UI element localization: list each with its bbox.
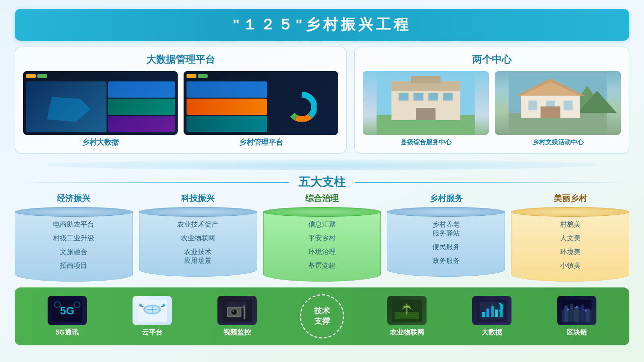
- iot-svg: [392, 300, 422, 322]
- pillar-meili-cylinder: 村貌美 人文美 环境美 小镇美: [511, 207, 629, 282]
- top-section: 大数据管理平台: [15, 47, 629, 154]
- cylinder-body-meili: 村貌美 人文美 环境美 小镇美: [511, 212, 629, 282]
- meili-item-1: 村貌美: [517, 219, 623, 230]
- mgmt-image: [184, 71, 338, 135]
- tech-label-5g: 5G通讯: [55, 328, 79, 337]
- zonghe-item-4: 基层党建: [269, 260, 375, 271]
- dash-btn-green-2: [198, 74, 208, 78]
- tech-icon-blockchain: [557, 296, 596, 325]
- mini-chart-4: [187, 81, 267, 98]
- pillar-keji: 科技振兴 农业技术促产 农业物联网 农业技术应用场景: [139, 193, 257, 282]
- tech-icon-iot: [387, 296, 427, 325]
- cylinder-body-xiangcun: 乡村养老服务驿站 便民服务 政务服务: [387, 212, 505, 277]
- mini-chart-6: [187, 116, 267, 132]
- 5g-svg: 5G: [53, 300, 82, 322]
- svg-rect-20: [529, 101, 537, 110]
- tech-item-bigdata: 大数据: [450, 296, 535, 337]
- meili-item-4: 小镇美: [517, 260, 623, 271]
- building-1-img: [363, 71, 489, 135]
- pie-chart-area: [268, 81, 335, 132]
- pillar-zonghe: 综合治理 信息汇聚 平安乡村 环境治理 基层党建: [263, 193, 381, 282]
- tech-icon-bigdata: [472, 296, 511, 325]
- big-data-platform: 大数据管理平台: [15, 47, 347, 154]
- blockchain-svg: [562, 300, 591, 322]
- cloud-svg: [137, 300, 167, 322]
- cylinder-body-keji: 农业技术促产 农业物联网 农业技术应用场景: [139, 212, 257, 277]
- pillar-xiangcun-cylinder: 乡村养老服务驿站 便民服务 政务服务: [387, 207, 505, 277]
- svg-rect-64: [581, 305, 584, 322]
- tech-icon-5g: 5G: [48, 296, 87, 325]
- keji-item-2: 农业物联网: [145, 233, 251, 244]
- dashboard-mock-1: [23, 71, 178, 135]
- tech-item-iot: 农业物联网: [365, 296, 450, 337]
- svg-rect-54: [486, 309, 489, 317]
- cylinder-body-jingji: 电商助农平台 村级工业升级 文旅融合 招商项目: [15, 212, 133, 282]
- svg-rect-11: [416, 108, 436, 120]
- village-label: 乡村文娱活动中心: [533, 138, 584, 147]
- svg-text:5G: 5G: [60, 305, 74, 317]
- pillars-row: 经济振兴 电商助农平台 村级工业升级 文旅融合 招商项目 科技振兴: [15, 193, 629, 282]
- pie-chart: [287, 92, 317, 122]
- mini-chart-5: [187, 99, 267, 115]
- tech-label-iot: 农业物联网: [390, 328, 424, 337]
- main-title: "１２５"乡村振兴工程: [15, 9, 629, 41]
- svg-rect-9: [429, 93, 438, 101]
- svg-rect-23: [541, 106, 561, 118]
- svg-rect-10: [443, 93, 453, 101]
- svg-point-36: [162, 304, 165, 307]
- center-item-county: 县级综合服务中心: [363, 71, 489, 147]
- main-container: "１２５"乡村振兴工程 大数据管理平台: [0, 0, 644, 362]
- bigdata-image: [23, 71, 178, 135]
- tech-support-center-item: 技术支撑: [279, 294, 364, 338]
- svg-point-41: [232, 310, 234, 311]
- mini-chart-2: [108, 99, 175, 115]
- svg-rect-12: [411, 76, 441, 83]
- pillar-jingji-cylinder: 电商助农平台 村级工业升级 文旅融合 招商项目: [15, 207, 133, 282]
- tech-items: 5G 5G通讯: [25, 294, 619, 338]
- pillars-section: 五大支柱 经济振兴 电商助农平台 村级工业升级 文旅融合 招商项目 科技振: [15, 159, 629, 282]
- dash-charts: [108, 81, 175, 132]
- cylinder-top-keji: [139, 207, 257, 217]
- mini-chart-1: [108, 81, 175, 98]
- pillar-zonghe-cylinder: 信息汇聚 平安乡村 环境治理 基层党建: [263, 207, 381, 282]
- pillar-meili: 美丽乡村 村貌美 人文美 环境美 小镇美: [511, 193, 629, 282]
- cylinder-top-jingji: [15, 207, 133, 217]
- tech-label-cloud: 云平台: [142, 328, 162, 337]
- cylinder-top-zonghe: [263, 207, 381, 217]
- tech-support-label: 技术支撑: [314, 306, 330, 327]
- zonghe-item-2: 平安乡村: [269, 233, 375, 244]
- dash-btn-green: [37, 74, 47, 78]
- cylinder-top-meili: [511, 207, 629, 217]
- svg-rect-63: [574, 307, 579, 322]
- jingji-item-3: 文旅融合: [21, 247, 127, 258]
- platform-images: 乡村大数据: [23, 71, 338, 147]
- keji-item-1: 农业技术促产: [145, 219, 251, 230]
- pillar-keji-cylinder: 农业技术促产 农业物联网 农业技术应用场景: [139, 207, 257, 277]
- dash-map: [26, 81, 107, 132]
- jingji-item-2: 村级工业升级: [21, 233, 127, 244]
- dash-btn-orange-2: [187, 74, 196, 78]
- jingji-item-4: 招商项目: [21, 260, 127, 271]
- pillar-xiangcun: 乡村服务 乡村养老服务驿站 便民服务 政务服务: [387, 193, 505, 282]
- tech-label-blockchain: 区块链: [566, 328, 587, 337]
- platform-item-bigdata: 乡村大数据: [23, 71, 178, 147]
- center-item-village: 乡村文娱活动中心: [495, 71, 621, 147]
- zonghe-item-1: 信息汇聚: [269, 219, 375, 230]
- cloud-decoration: [15, 159, 629, 170]
- dash-charts-2: [187, 81, 267, 132]
- bigdata-label: 乡村大数据: [82, 138, 119, 147]
- jingji-item-1: 电商助农平台: [21, 219, 127, 230]
- centers-title: 两个中心: [363, 53, 621, 66]
- svg-rect-56: [495, 310, 498, 317]
- platform-title: 大数据管理平台: [23, 53, 338, 66]
- svg-point-35: [139, 304, 142, 307]
- county-center-image: [363, 71, 489, 135]
- svg-rect-7: [399, 93, 409, 101]
- xiangcun-item-2: 便民服务: [393, 242, 499, 253]
- tech-item-blockchain: 区块链: [535, 296, 619, 337]
- pillar-keji-header: 科技振兴: [181, 193, 215, 204]
- building-2-svg: [495, 71, 621, 135]
- tech-item-video: 视频监控: [194, 296, 279, 337]
- xiangcun-item-1: 乡村养老服务驿站: [393, 219, 499, 239]
- pillar-jingji-header: 经济振兴: [57, 193, 90, 204]
